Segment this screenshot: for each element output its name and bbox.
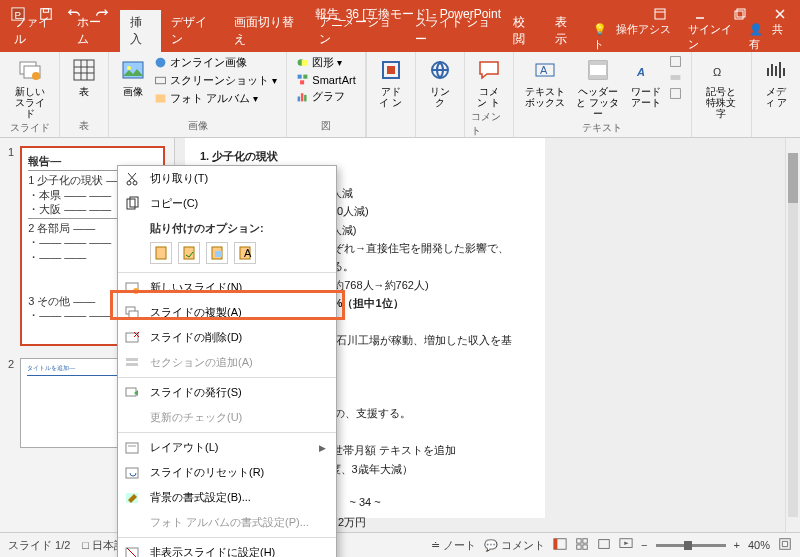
view-slideshow-icon[interactable] [619, 537, 633, 553]
table-button[interactable]: 表 [66, 54, 102, 99]
svg-rect-45 [215, 251, 222, 257]
fit-to-window-icon[interactable] [778, 537, 792, 553]
paste-option-1[interactable] [150, 242, 172, 264]
picture-icon [119, 56, 147, 84]
tab-animations[interactable]: アニメーション [309, 10, 405, 52]
picture-button[interactable]: 画像 [115, 54, 151, 99]
comment-button[interactable]: コメン ト [471, 54, 507, 110]
cm-hide-slide[interactable]: 非表示スライドに設定(H) [118, 540, 336, 557]
svg-rect-56 [126, 443, 138, 453]
cm-delete-slide[interactable]: スライドの削除(D) [118, 325, 336, 350]
svg-rect-66 [583, 545, 587, 549]
chart-button[interactable]: グラフ [293, 88, 358, 105]
svg-rect-62 [554, 539, 558, 550]
addins-button[interactable]: アドイ ン [373, 54, 409, 110]
tab-file[interactable]: ファイル [4, 10, 67, 52]
links-button[interactable]: リン ク [422, 54, 458, 110]
tab-slideshow[interactable]: スライド ショー [405, 10, 504, 52]
zoom-level[interactable]: 40% [748, 539, 770, 551]
cm-paste-header: 貼り付けのオプション: [118, 216, 336, 239]
thumb-number: 2 [8, 358, 14, 448]
tab-design[interactable]: デザイン [161, 10, 224, 52]
view-normal-icon[interactable] [553, 537, 567, 553]
zoom-in-button[interactable]: + [734, 539, 740, 551]
svg-rect-53 [126, 358, 138, 361]
paste-option-2[interactable] [178, 242, 200, 264]
new-slide-icon [16, 56, 44, 84]
tab-transitions[interactable]: 画面切り替え [224, 10, 309, 52]
paste-option-4[interactable]: A [234, 242, 256, 264]
svg-text:A: A [540, 64, 548, 76]
cm-cut[interactable]: 切り取り(T) [118, 166, 336, 191]
cm-reset-slide[interactable]: スライドのリセット(R) [118, 460, 336, 485]
svg-rect-35 [670, 75, 680, 80]
svg-text:Ω: Ω [713, 66, 721, 78]
zoom-out-button[interactable]: − [641, 539, 647, 551]
tab-home[interactable]: ホーム [67, 10, 119, 52]
svg-point-13 [127, 66, 131, 70]
cm-layout[interactable]: レイアウト(L)▶ [118, 435, 336, 460]
svg-rect-19 [298, 75, 302, 79]
svg-rect-20 [304, 75, 308, 79]
svg-point-14 [156, 58, 166, 68]
textbox-icon: A [531, 56, 559, 84]
svg-point-49 [133, 288, 139, 294]
photo-album-button[interactable]: フォト アルバム▾ [151, 90, 280, 107]
cm-format-background[interactable]: 背景の書式設定(B)... [118, 485, 336, 510]
notes-button[interactable]: ≐ ノート [431, 538, 476, 553]
cm-add-section[interactable]: セクションの追加(A) [118, 350, 336, 375]
cm-duplicate-slide[interactable]: スライドの複製(A) [118, 300, 336, 325]
paste-option-3[interactable] [206, 242, 228, 264]
svg-rect-26 [387, 66, 395, 74]
text-extra-1[interactable] [666, 54, 685, 69]
tab-review[interactable]: 校閲 [503, 10, 545, 52]
zoom-slider[interactable] [656, 544, 726, 547]
svg-rect-16 [156, 94, 166, 102]
textbox-button[interactable]: A テキスト ボックス [520, 54, 570, 110]
svg-rect-64 [583, 539, 587, 543]
symbols-button[interactable]: Ω 記号と 特殊文字 [698, 54, 745, 121]
svg-rect-7 [735, 11, 743, 19]
slide-counter[interactable]: スライド 1/2 [8, 538, 70, 553]
view-reading-icon[interactable] [597, 537, 611, 553]
cm-new-slide[interactable]: 新しいスライド(N) [118, 275, 336, 300]
comment-icon [475, 56, 503, 84]
text-extra-3[interactable] [666, 86, 685, 101]
screenshot-button[interactable]: スクリーンショット▾ [151, 72, 280, 89]
vertical-scrollbar[interactable] [785, 138, 800, 532]
comments-button[interactable]: 💬 コメント [484, 538, 545, 553]
table-icon [70, 56, 98, 84]
cm-publish-slides[interactable]: スライドの発行(S) [118, 380, 336, 405]
cm-album-format[interactable]: フォト アルバムの書式設定(P)... [118, 510, 336, 535]
symbols-icon: Ω [707, 56, 735, 84]
addins-icon [377, 56, 405, 84]
cm-copy[interactable]: コピー(C) [118, 191, 336, 216]
svg-rect-31 [589, 61, 607, 65]
header-footer-icon [584, 56, 612, 84]
group-label-tables: 表 [79, 119, 89, 135]
online-picture-button[interactable]: オンライン画像 [151, 54, 280, 71]
view-sorter-icon[interactable] [575, 537, 589, 553]
svg-rect-18 [302, 60, 308, 66]
svg-rect-57 [128, 445, 136, 447]
share-button[interactable]: 👤 共有 [743, 22, 800, 52]
tab-view[interactable]: 表示 [545, 10, 587, 52]
svg-rect-36 [670, 89, 680, 99]
signin-link[interactable]: サインイン [682, 22, 743, 52]
svg-rect-54 [126, 363, 138, 366]
cm-check-updates[interactable]: 更新のチェック(U) [118, 405, 336, 430]
svg-rect-32 [589, 75, 607, 79]
tell-me[interactable]: 💡 操作アシスト [587, 22, 683, 52]
svg-rect-34 [670, 57, 680, 67]
svg-point-10 [32, 72, 40, 80]
group-label-comments: コメント [471, 110, 507, 140]
smartart-button[interactable]: SmartArt [293, 72, 358, 87]
header-footer-button[interactable]: ヘッダーと フッター [570, 54, 625, 121]
tab-insert[interactable]: 挿入 [120, 10, 162, 52]
wordart-button[interactable]: A ワード アート [626, 54, 666, 110]
media-button[interactable]: メディ ア [758, 54, 794, 110]
svg-text:A: A [244, 247, 252, 259]
shapes-button[interactable]: 図形▾ [293, 54, 358, 71]
new-slide-button[interactable]: 新しい スライド [6, 54, 53, 121]
text-extra-2[interactable] [666, 70, 685, 85]
